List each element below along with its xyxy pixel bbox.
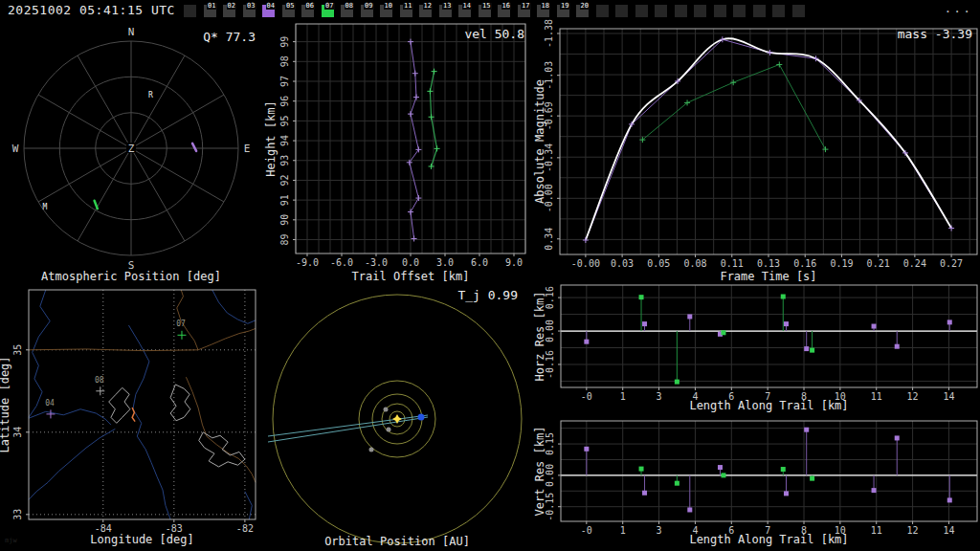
station-box-blank[interactable] xyxy=(792,5,805,17)
station-box-label: 02 xyxy=(227,3,236,10)
svg-text:Horz Res [km]: Horz Res [km] xyxy=(533,292,546,382)
station-box-label: 14 xyxy=(462,3,472,10)
station-box-14[interactable]: 14 xyxy=(458,5,471,17)
station-box-03[interactable]: 03 xyxy=(243,5,256,17)
plot-canvas: NSEWZRMAtmospheric Position [deg]-9.0-6.… xyxy=(0,0,980,551)
svg-text:12: 12 xyxy=(907,391,919,402)
svg-text:0.27: 0.27 xyxy=(940,258,963,269)
svg-text:11: 11 xyxy=(871,525,882,536)
svg-text:3.0: 3.0 xyxy=(436,257,454,268)
vert-res-plot: -0134678101112140.150.00-0.15Length Alon… xyxy=(533,421,977,546)
station-box-blank[interactable] xyxy=(753,5,766,17)
svg-text:R: R xyxy=(148,91,153,99)
station-box-01[interactable]: 01 xyxy=(204,5,216,17)
svg-text:-0.00: -0.00 xyxy=(571,258,600,269)
svg-text:14: 14 xyxy=(943,525,954,536)
meteor-analysis-dashboard: 20251002 05:41:15 UTC 010203040506070809… xyxy=(0,0,980,551)
station-box-label: 13 xyxy=(442,3,452,10)
svg-text:Absolute Magnitude: Absolute Magnitude xyxy=(533,79,546,204)
svg-text:-82: -82 xyxy=(236,523,254,534)
station-box-blank[interactable] xyxy=(184,5,196,17)
station-box-label: 15 xyxy=(481,3,491,10)
station-box-blank[interactable] xyxy=(694,5,706,17)
station-box-label: 05 xyxy=(285,3,295,10)
svg-text:Length Along Trail [km]: Length Along Trail [km] xyxy=(689,399,848,412)
station-box-18[interactable]: 18 xyxy=(537,5,549,17)
svg-text:0.05: 0.05 xyxy=(647,258,670,269)
station-box-label: 16 xyxy=(501,3,511,10)
horz-res-plot: -0134678101112140.160.00-0.16Length Alon… xyxy=(533,285,977,412)
station-box-06[interactable]: 06 xyxy=(301,5,314,17)
svg-text:Orbital Position [AU]: Orbital Position [AU] xyxy=(324,535,470,548)
top-bar: 20251002 05:41:15 UTC 010203040506070809… xyxy=(0,0,980,21)
station-box-blank[interactable] xyxy=(733,5,746,17)
station-box-blank[interactable] xyxy=(635,5,648,17)
ground-map-plot: 040807-84-83-82353433Longitude [deg]Lati… xyxy=(0,290,256,546)
svg-text:96: 96 xyxy=(279,96,290,107)
svg-text:Height [km]: Height [km] xyxy=(264,100,278,176)
utc-timestamp: 20251002 05:41:15 UTC xyxy=(8,3,175,17)
station-box-blank[interactable] xyxy=(615,5,628,17)
svg-text:E: E xyxy=(244,143,251,155)
station-box-07[interactable]: 07 xyxy=(322,5,334,17)
svg-text:14: 14 xyxy=(943,391,954,402)
svg-text:1: 1 xyxy=(620,525,626,536)
station-box-blank[interactable] xyxy=(675,5,687,17)
station-box-blank[interactable] xyxy=(772,5,785,17)
station-box-09[interactable]: 09 xyxy=(361,5,373,17)
svg-text:0.0: 0.0 xyxy=(402,257,419,268)
station-box-label: 20 xyxy=(580,3,590,10)
station-box-10[interactable]: 10 xyxy=(380,5,392,17)
station-box-02[interactable]: 02 xyxy=(223,5,235,17)
station-box-05[interactable]: 05 xyxy=(282,5,295,17)
svg-text:11: 11 xyxy=(871,391,882,402)
svg-text:Z: Z xyxy=(128,143,135,155)
station-box-label: 19 xyxy=(560,3,569,10)
svg-text:-1.38: -1.38 xyxy=(544,19,554,48)
svg-text:-9.0: -9.0 xyxy=(296,257,319,268)
overflow-menu-icon[interactable]: ... xyxy=(945,1,972,15)
station-box-16[interactable]: 16 xyxy=(498,5,510,17)
orbital-position-plot: Orbital Position [AU] xyxy=(268,295,522,548)
station-box-blank[interactable] xyxy=(596,5,609,17)
map-station-04: 04 xyxy=(45,399,55,419)
svg-text:Length Along Trail [km]: Length Along Trail [km] xyxy=(689,533,848,546)
svg-text:Atmospheric Position [deg]: Atmospheric Position [deg] xyxy=(41,270,221,283)
station-box-blank[interactable] xyxy=(714,5,726,17)
svg-text:91: 91 xyxy=(279,194,290,206)
station-box-blank[interactable] xyxy=(655,5,667,17)
station-box-label: 03 xyxy=(246,3,256,10)
station-box-11[interactable]: 11 xyxy=(400,5,412,17)
svg-text:95: 95 xyxy=(279,115,290,126)
svg-text:97: 97 xyxy=(279,76,290,87)
svg-text:92: 92 xyxy=(279,174,290,186)
svg-text:Latitude [deg]: Latitude [deg] xyxy=(0,356,11,452)
svg-text:3: 3 xyxy=(657,391,662,402)
svg-text:98: 98 xyxy=(279,55,290,67)
svg-text:0.11: 0.11 xyxy=(721,258,744,269)
svg-text:6.0: 6.0 xyxy=(471,257,488,268)
station-box-label: 07 xyxy=(324,3,334,10)
station-box-08[interactable]: 08 xyxy=(341,5,353,17)
station-box-19[interactable]: 19 xyxy=(557,5,569,17)
trail-offset-plot: -9.0-6.0-3.00.03.06.09.08990919293949596… xyxy=(264,24,525,283)
station-box-04[interactable]: 04 xyxy=(262,5,275,17)
svg-text:08: 08 xyxy=(95,376,104,385)
svg-text:0.03: 0.03 xyxy=(611,258,634,269)
svg-text:90: 90 xyxy=(279,214,290,226)
station-box-13[interactable]: 13 xyxy=(439,5,452,17)
svg-text:-0: -0 xyxy=(581,525,592,536)
station-box-15[interactable]: 15 xyxy=(479,5,491,17)
svg-text:04: 04 xyxy=(45,399,55,408)
svg-text:34: 34 xyxy=(12,427,23,438)
station-box-label: 09 xyxy=(364,3,373,10)
station-box-12[interactable]: 12 xyxy=(419,5,432,17)
svg-text:-0: -0 xyxy=(581,391,592,402)
svg-text:0.08: 0.08 xyxy=(684,258,707,269)
station-box-label: 01 xyxy=(207,3,216,10)
station-box-17[interactable]: 17 xyxy=(518,5,530,17)
svg-text:3: 3 xyxy=(657,525,662,536)
station-box-label: 11 xyxy=(403,3,412,10)
station-box-20[interactable]: 20 xyxy=(576,5,589,17)
svg-text:-6.0: -6.0 xyxy=(330,257,353,268)
